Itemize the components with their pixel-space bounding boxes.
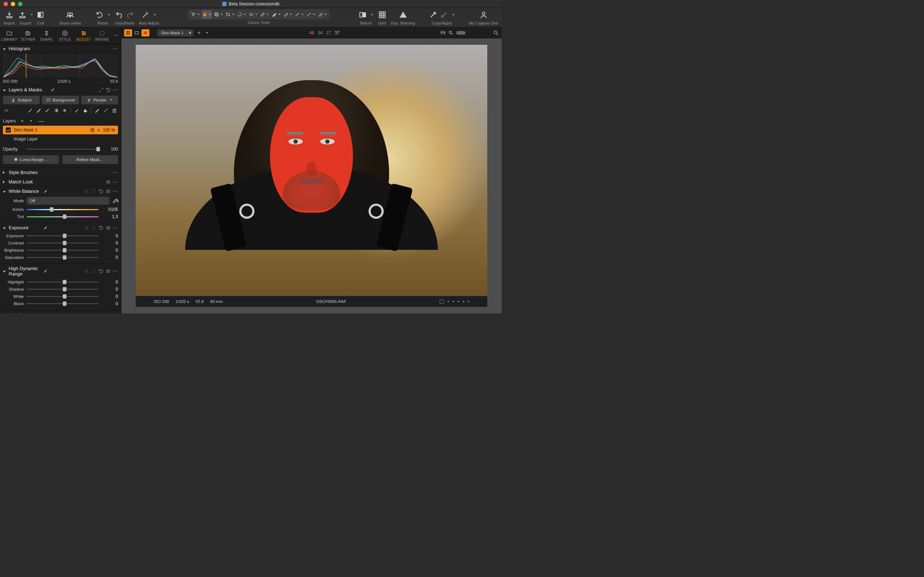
paste-icon[interactable]	[91, 225, 96, 230]
opacity-slider[interactable]	[27, 149, 100, 150]
zoom-slider[interactable]	[456, 31, 466, 35]
mask-invert-tool[interactable]	[3, 107, 10, 114]
mask-subject-button[interactable]: Subject	[3, 96, 40, 104]
black-slider[interactable]	[27, 303, 98, 304]
layer-item-image[interactable]: Image Layer	[3, 135, 118, 143]
white-value[interactable]: 0	[101, 294, 118, 299]
search-icon[interactable]	[448, 30, 453, 35]
zoom-fit-label[interactable]: Fit	[441, 30, 445, 35]
exposure-header[interactable]: Exposure ···	[0, 223, 121, 232]
tooltab-shape[interactable]: SHAPE	[37, 27, 56, 44]
preset-icon[interactable]	[106, 189, 111, 194]
preset-icon[interactable]	[106, 269, 111, 274]
clear-mask-tool[interactable]	[111, 107, 118, 114]
remove-layer-button[interactable]: —	[39, 118, 44, 124]
wb-tint-value[interactable]: 1,3	[101, 214, 118, 219]
cull-tool[interactable]: Cull	[37, 10, 44, 25]
copy-icon[interactable]	[429, 11, 437, 19]
viewer-canvas[interactable]: ISO 200 1/320 s f/2.8 80 mm DSCF0905.RAF	[121, 38, 502, 313]
brightness-slider[interactable]	[27, 250, 98, 251]
view-mode-single[interactable]	[133, 29, 141, 37]
refine-mask-button[interactable]: Refine Mask…	[63, 155, 118, 164]
highlight-slider[interactable]	[27, 282, 98, 282]
style-brush-tool[interactable]	[317, 10, 327, 19]
preset-icon[interactable]	[106, 225, 111, 230]
white-balance-header[interactable]: White Balance ···	[0, 187, 121, 196]
my-capture-one-tool[interactable]: My Capture One	[469, 10, 498, 25]
wb-kelvin-value[interactable]: 5105	[101, 207, 118, 212]
keystone-tool[interactable]	[248, 10, 258, 19]
shadow-value[interactable]: 0	[101, 287, 118, 292]
gradient-mask-tool[interactable]	[294, 10, 304, 19]
exposure-value[interactable]: 0	[101, 233, 118, 238]
export-tool[interactable]: Export	[18, 10, 33, 25]
more-icon[interactable]: ···	[113, 170, 118, 175]
wb-mode-select[interactable]: Off	[27, 197, 109, 205]
highlight-value[interactable]: 0	[101, 279, 118, 285]
linear-gradient-tool[interactable]	[52, 107, 59, 114]
histogram-header[interactable]: Histogram ···	[0, 44, 121, 53]
reset-icon[interactable]	[98, 269, 104, 274]
tooltab-more[interactable]: ⋮	[111, 27, 121, 44]
share-online-tool[interactable]: Share online	[59, 10, 81, 25]
erase-mask-tool[interactable]	[283, 10, 293, 19]
exposure-slider[interactable]	[27, 235, 98, 236]
radial-gradient-tool[interactable]	[61, 107, 68, 114]
tooltab-tether[interactable]: TETHER	[19, 27, 37, 44]
rating-dots[interactable]	[440, 299, 469, 304]
eraser-tool[interactable]	[93, 107, 101, 114]
add-layer-from-viewer[interactable]: ＋	[196, 29, 202, 36]
hand-tool[interactable]	[202, 10, 212, 19]
contrast-value[interactable]: 0	[101, 240, 118, 245]
tooltab-library[interactable]: LIBRARY	[0, 27, 19, 44]
undo-icon[interactable]	[115, 11, 123, 19]
apply-icon[interactable]	[440, 11, 448, 19]
fill-tool[interactable]	[82, 107, 89, 114]
mask-people-button[interactable]: People	[81, 96, 118, 104]
undo-redo-tool[interactable]: Undo/Redo	[114, 10, 135, 25]
copy-apply-tool[interactable]: Copy/Apply	[429, 10, 455, 25]
ai-brush-tool[interactable]	[44, 107, 51, 114]
layers-masks-header[interactable]: Layers & Masks ···	[0, 85, 121, 94]
reset-icon[interactable]	[98, 225, 104, 230]
contrast-slider[interactable]	[27, 243, 98, 243]
paste-icon[interactable]	[91, 269, 96, 274]
more-icon[interactable]: ···	[113, 269, 118, 274]
paste-icon[interactable]	[91, 189, 96, 194]
style-brushes-header[interactable]: Style Brushes ···	[0, 168, 121, 177]
pointer-tool[interactable]	[190, 10, 200, 19]
view-mode-grid[interactable]	[124, 29, 132, 37]
erase-sparkle-tool[interactable]	[102, 107, 109, 114]
tooltab-adjust[interactable]: ADJUST	[74, 27, 93, 44]
luma-range-button[interactable]: ✺Luma Range…	[3, 155, 59, 164]
more-icon[interactable]: ···	[113, 179, 118, 184]
auto-adjust-tool[interactable]: Auto Adjust	[139, 10, 159, 25]
radial-mask-tool[interactable]	[306, 10, 316, 19]
more-icon[interactable]: ···	[113, 225, 118, 230]
grid-tool[interactable]: Grid	[378, 10, 386, 25]
saturation-slider[interactable]	[27, 257, 98, 258]
reset-icon[interactable]	[106, 87, 111, 92]
close-window[interactable]	[3, 2, 8, 6]
shadow-slider[interactable]	[27, 289, 98, 290]
hdr-header[interactable]: High Dynamic Range ···	[0, 264, 121, 279]
magic-erase-tool[interactable]	[35, 107, 42, 114]
maximize-window[interactable]	[18, 2, 22, 6]
mask-background-button[interactable]: Background	[42, 96, 79, 104]
layer-visible-checkbox[interactable]	[6, 127, 11, 132]
crop-tool[interactable]	[225, 10, 235, 19]
import-tool[interactable]: Import	[3, 10, 15, 25]
tooltab-refine[interactable]: REFINE	[93, 27, 112, 44]
tooltab-style[interactable]: STYLE	[56, 27, 75, 44]
redo-icon[interactable]	[126, 11, 134, 19]
saturation-value[interactable]: 0	[101, 255, 118, 260]
search-icon[interactable]	[493, 30, 499, 36]
add-layer-button[interactable]: ＋	[19, 118, 25, 124]
rotate-tool[interactable]	[236, 10, 246, 19]
view-mode-mask[interactable]	[141, 29, 149, 37]
loupe-tool[interactable]	[213, 10, 223, 19]
preset-icon[interactable]	[106, 179, 111, 184]
white-slider[interactable]	[27, 296, 98, 297]
more-icon[interactable]: ···	[113, 46, 118, 51]
copy-icon[interactable]	[84, 189, 89, 194]
